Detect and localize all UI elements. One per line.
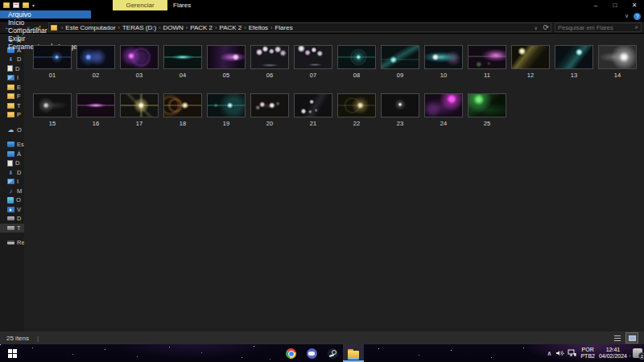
search-box[interactable]: ⌕: [555, 23, 642, 32]
file-tile[interactable]: 13: [552, 45, 596, 93]
breadcrumb-item[interactable]: PACK 2: [219, 24, 242, 31]
language-indicator[interactable]: PORPTB2: [580, 347, 595, 360]
customize-qat-icon[interactable]: ▾: [32, 3, 35, 8]
file-tile[interactable]: 07: [291, 45, 335, 93]
file-thumbnail[interactable]: [337, 45, 376, 69]
sidebar-item[interactable]: O: [0, 195, 24, 205]
folder-icon[interactable]: [3, 2, 10, 8]
file-tile[interactable]: 20: [248, 93, 291, 142]
sidebar-item[interactable]: O: [0, 125, 24, 135]
taskbar-app-explorer[interactable]: [343, 344, 364, 362]
file-tile[interactable]: 17: [118, 93, 161, 142]
refresh-icon[interactable]: ⟳: [543, 23, 549, 31]
file-tile[interactable]: 11: [465, 45, 509, 93]
sidebar-item[interactable]: D: [0, 168, 24, 178]
sidebar-item[interactable]: Re: [0, 238, 24, 248]
file-thumbnail[interactable]: [76, 45, 115, 69]
file-tile[interactable]: 15: [31, 93, 74, 142]
file-tile[interactable]: 24: [422, 93, 465, 142]
sidebar-item[interactable]: V: [0, 205, 24, 215]
file-thumbnail[interactable]: [163, 93, 202, 117]
file-thumbnail[interactable]: [250, 45, 289, 69]
network-icon[interactable]: [568, 349, 576, 357]
search-icon[interactable]: ⌕: [635, 23, 638, 31]
file-tile[interactable]: 04: [161, 45, 204, 93]
breadcrumb-item[interactable]: Efeitos: [249, 24, 268, 31]
file-tile[interactable]: 08: [335, 45, 378, 93]
file-tile[interactable]: 14: [596, 45, 639, 93]
file-tile[interactable]: 05: [204, 45, 248, 93]
sidebar-item[interactable]: M: [0, 187, 24, 196]
file-thumbnail[interactable]: [76, 93, 115, 117]
file-tile[interactable]: 09: [378, 45, 422, 93]
ribbon-tab[interactable]: Início: [0, 19, 91, 27]
file-thumbnail[interactable]: [120, 45, 159, 69]
file-thumbnail[interactable]: [598, 45, 637, 69]
breadcrumb-item[interactable]: Flares: [275, 24, 292, 31]
taskbar-app-discord[interactable]: [301, 344, 322, 362]
properties-icon[interactable]: [13, 2, 19, 8]
sidebar-item[interactable]: Es: [0, 140, 24, 150]
thumbnails-view-button[interactable]: [626, 333, 638, 343]
taskbar-app-chrome[interactable]: [280, 344, 301, 362]
file-thumbnail[interactable]: [33, 93, 72, 117]
notification-icon[interactable]: 2: [633, 348, 642, 358]
file-thumbnail[interactable]: [250, 93, 289, 117]
tray-chevron-icon[interactable]: ∧: [547, 350, 552, 357]
ribbon-tab[interactable]: Arquivo: [0, 10, 91, 19]
sidebar-item[interactable]: E: [0, 83, 24, 93]
details-view-button[interactable]: [612, 333, 623, 343]
sidebar-item[interactable]: D: [0, 55, 24, 64]
file-tile[interactable]: 06: [248, 45, 291, 93]
breadcrumb-item[interactable]: TERAS (D:): [122, 24, 156, 31]
address-dropdown-icon[interactable]: ∨: [534, 25, 540, 31]
file-tile[interactable]: 03: [118, 45, 161, 93]
file-thumbnail[interactable]: [294, 45, 332, 69]
volume-icon[interactable]: [555, 349, 564, 357]
sidebar-item[interactable]: I: [0, 73, 24, 83]
help-icon[interactable]: ?: [634, 13, 641, 20]
file-thumbnail[interactable]: [511, 45, 550, 69]
address-field[interactable]: › Este Computador › TERAS (D:) › DOWN › …: [48, 23, 551, 32]
file-thumbnail[interactable]: [381, 93, 419, 117]
maximize-button[interactable]: □: [605, 0, 625, 10]
file-tile[interactable]: 01: [31, 45, 74, 93]
file-thumbnail[interactable]: [468, 93, 506, 117]
file-tile[interactable]: 16: [74, 93, 118, 142]
start-button[interactable]: [0, 344, 24, 362]
file-thumbnail[interactable]: [294, 93, 332, 117]
file-tile[interactable]: 02: [74, 45, 118, 93]
sidebar-item[interactable]: I: [0, 177, 24, 187]
sidebar-item[interactable]: P: [0, 110, 24, 120]
taskbar-app-steam[interactable]: [322, 344, 343, 362]
sidebar-item[interactable]: D: [0, 214, 24, 224]
file-tile[interactable]: 18: [161, 93, 204, 142]
file-thumbnail[interactable]: [120, 93, 159, 117]
file-thumbnail[interactable]: [468, 45, 506, 69]
contextual-tab-gerenciar[interactable]: Gerenciar: [113, 0, 167, 10]
file-thumbnail[interactable]: [33, 45, 72, 69]
clock[interactable]: 12:41 04/02/2024: [599, 347, 627, 360]
file-tile[interactable]: 25: [465, 93, 509, 142]
file-thumbnail[interactable]: [207, 45, 246, 69]
file-tile[interactable]: 10: [422, 45, 465, 93]
sidebar-item[interactable]: F: [0, 92, 24, 101]
file-tile[interactable]: 22: [335, 93, 378, 142]
breadcrumb-item[interactable]: DOWN: [163, 24, 184, 31]
collapse-ribbon-icon[interactable]: ∨: [625, 13, 629, 19]
file-tile[interactable]: 19: [204, 93, 248, 142]
file-thumbnail[interactable]: [424, 45, 463, 69]
file-thumbnail[interactable]: [381, 45, 419, 69]
breadcrumb-item[interactable]: PACK 2: [190, 24, 213, 31]
sidebar-item[interactable]: T: [0, 101, 24, 111]
sidebar-item[interactable]: Á: [0, 150, 24, 159]
sidebar-item[interactable]: D: [0, 64, 24, 74]
file-tile[interactable]: 12: [509, 45, 552, 93]
file-thumbnail[interactable]: [424, 93, 463, 117]
close-button[interactable]: ✕: [625, 0, 644, 10]
search-input[interactable]: [558, 24, 635, 31]
minimize-button[interactable]: –: [586, 0, 605, 10]
new-folder-icon[interactable]: [23, 2, 29, 8]
file-thumbnail[interactable]: [555, 45, 593, 69]
sidebar-item[interactable]: T: [0, 224, 24, 233]
